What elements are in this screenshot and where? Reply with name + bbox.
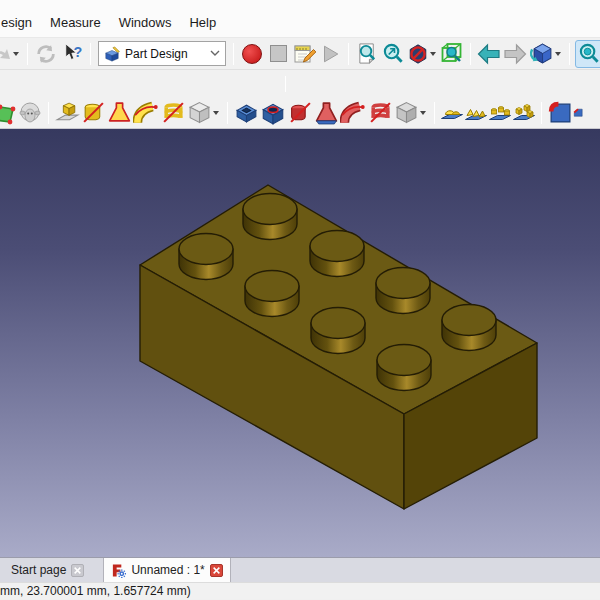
- toolbar-separator: [227, 102, 228, 124]
- zoom-fit-selection-icon[interactable]: [380, 40, 406, 68]
- menu-bar: esign Measure Windows Help: [0, 0, 600, 38]
- 3d-viewport-canvas[interactable]: [0, 129, 600, 557]
- document-tab-bar: Start page Unnamed : 1*: [0, 557, 600, 582]
- toolbar-separator: [27, 43, 28, 65]
- tab-unnamed-document-label: Unnamed : 1*: [131, 563, 204, 577]
- view-zoom-icon[interactable]: [575, 40, 600, 68]
- nav-forward-icon[interactable]: [502, 40, 528, 68]
- toolbar-separator: [434, 102, 435, 124]
- menu-item-design-partial[interactable]: esign: [0, 13, 41, 32]
- additive-loft-icon[interactable]: [106, 99, 132, 127]
- nav-back-icon[interactable]: [476, 40, 502, 68]
- redo-dropdown-caret[interactable]: [13, 52, 19, 56]
- bounding-box-zoom-icon[interactable]: [439, 40, 465, 68]
- toolbar-empty-strip: [0, 70, 600, 97]
- brick-stud[interactable]: [377, 345, 431, 391]
- toolbar-separator: [48, 102, 49, 124]
- subtractive-helix-icon[interactable]: [367, 99, 393, 127]
- toolbar-separator: [233, 43, 234, 65]
- cursor-coordinates: mm, 23.700001 mm, 1.657724 mm): [0, 584, 191, 598]
- subtractive-primitive-icon[interactable]: [393, 99, 419, 127]
- macro-execute-icon[interactable]: [317, 40, 343, 68]
- lego-brick-model[interactable]: [140, 185, 537, 509]
- workbench-selector[interactable]: Part Design: [98, 41, 226, 66]
- part-design-workbench-icon: [104, 46, 120, 62]
- linear-pattern-icon[interactable]: [464, 99, 488, 127]
- brick-stud[interactable]: [311, 308, 365, 354]
- 3d-viewport[interactable]: [0, 129, 600, 557]
- macro-record-icon[interactable]: [239, 40, 265, 68]
- brick-stud[interactable]: [243, 194, 297, 240]
- toolbar-handle: [285, 76, 286, 92]
- zoom-fit-all-icon[interactable]: [354, 40, 380, 68]
- close-icon[interactable]: [210, 564, 223, 577]
- pad-icon[interactable]: [54, 99, 80, 127]
- brick-stud[interactable]: [376, 268, 430, 314]
- shapebinder-sheep-icon[interactable]: [17, 99, 43, 127]
- additive-helix-icon[interactable]: [160, 99, 186, 127]
- menu-item-measure[interactable]: Measure: [41, 13, 110, 32]
- macro-stop-icon[interactable]: [265, 40, 291, 68]
- part-design-toolbar: [0, 97, 600, 129]
- chevron-down-icon: [210, 50, 220, 57]
- pocket-icon[interactable]: [233, 99, 259, 127]
- subtractive-pipe-icon[interactable]: [339, 99, 367, 127]
- brick-stud[interactable]: [310, 231, 364, 277]
- subtractive-loft-icon[interactable]: [313, 99, 339, 127]
- additive-pipe-icon[interactable]: [132, 99, 160, 127]
- additive-primitive-dropdown-caret[interactable]: [213, 111, 219, 115]
- brick-stud[interactable]: [245, 271, 299, 317]
- toolbar-separator: [348, 43, 349, 65]
- draw-style-icon[interactable]: [406, 40, 429, 68]
- draw-style-dropdown-caret[interactable]: [430, 52, 436, 56]
- close-icon[interactable]: [71, 564, 84, 577]
- redo-icon[interactable]: [0, 40, 12, 68]
- view-isometric-dropdown-caret[interactable]: [555, 52, 561, 56]
- subtractive-primitive-dropdown-caret[interactable]: [420, 111, 426, 115]
- revolution-icon[interactable]: [80, 99, 106, 127]
- standard-toolbar: ? Part Design: [0, 38, 600, 70]
- tab-start-page-label: Start page: [11, 563, 66, 577]
- tab-start-page[interactable]: Start page: [4, 558, 91, 582]
- toolbar-separator: [90, 43, 91, 65]
- tab-unnamed-document[interactable]: Unnamed : 1*: [103, 558, 230, 582]
- menu-item-windows[interactable]: Windows: [110, 13, 181, 32]
- groove-icon[interactable]: [287, 99, 313, 127]
- hole-icon[interactable]: [259, 99, 287, 127]
- workbench-selector-value: Part Design: [125, 47, 210, 61]
- view-isometric-icon[interactable]: [528, 40, 554, 68]
- menu-item-help[interactable]: Help: [180, 13, 225, 32]
- multitransform-icon[interactable]: [512, 99, 536, 127]
- freecad-document-icon: [111, 563, 126, 578]
- datum-icon[interactable]: [0, 99, 17, 127]
- additive-primitive-icon[interactable]: [186, 99, 212, 127]
- freecad-window: esign Measure Windows Help ?: [0, 0, 600, 600]
- toolbar-separator: [541, 102, 542, 124]
- brick-stud[interactable]: [179, 234, 233, 280]
- whats-this-icon[interactable]: ?: [59, 40, 85, 68]
- chamfer-icon[interactable]: [573, 99, 583, 127]
- brick-stud[interactable]: [442, 305, 496, 351]
- refresh-icon[interactable]: [33, 40, 59, 68]
- mirrored-icon[interactable]: [440, 99, 464, 127]
- toolbar-separator: [470, 43, 471, 65]
- macro-edit-icon[interactable]: [291, 40, 317, 68]
- polar-pattern-icon[interactable]: [488, 99, 512, 127]
- status-bar: mm, 23.700001 mm, 1.657724 mm): [0, 582, 600, 599]
- svg-text:?: ?: [73, 44, 82, 60]
- toolbar-separator: [569, 43, 570, 65]
- fillet-icon[interactable]: [547, 99, 573, 127]
